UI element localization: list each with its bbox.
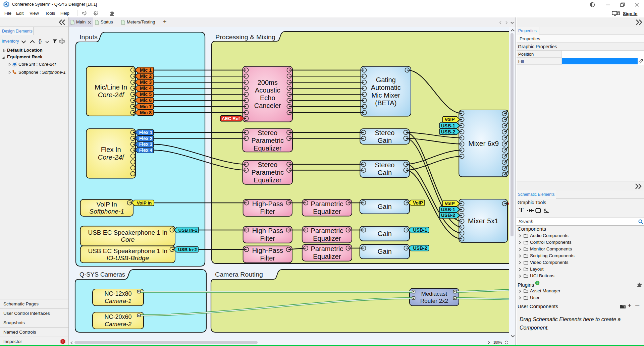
svg-text:Core-24f: Core-24f bbox=[98, 91, 125, 99]
svg-text:200ms: 200ms bbox=[258, 79, 278, 86]
svg-text:USB In-1: USB In-1 bbox=[178, 228, 198, 233]
svg-text:Automatic: Automatic bbox=[371, 84, 401, 91]
svg-text:Mic 3: Mic 3 bbox=[140, 79, 152, 85]
svg-text:VoIP: VoIP bbox=[413, 200, 423, 206]
svg-text:Flex 4: Flex 4 bbox=[139, 148, 153, 153]
svg-text:VoIP: VoIP bbox=[444, 201, 454, 206]
svg-text:USB-2: USB-2 bbox=[413, 245, 427, 251]
svg-text:Mixer 6x9: Mixer 6x9 bbox=[468, 139, 499, 147]
svg-text:2: 2 bbox=[536, 281, 538, 285]
svg-text:Mic/Line In: Mic/Line In bbox=[95, 83, 127, 91]
svg-text:USB-2: USB-2 bbox=[441, 129, 455, 134]
svg-text:Inputs: Inputs bbox=[79, 34, 98, 41]
svg-text:Core-24f: Core-24f bbox=[98, 154, 125, 161]
svg-text:USB-1: USB-1 bbox=[413, 227, 427, 233]
svg-text:(BETA): (BETA) bbox=[375, 99, 396, 107]
svg-text:Gain: Gain bbox=[378, 169, 392, 176]
svg-text:Flex In: Flex In bbox=[101, 146, 121, 153]
svg-text:Flex 2: Flex 2 bbox=[139, 136, 153, 141]
svg-text:Mic 2: Mic 2 bbox=[140, 73, 152, 79]
svg-text:High-Pass: High-Pass bbox=[252, 227, 283, 234]
svg-text:High-Pass: High-Pass bbox=[252, 247, 283, 254]
svg-text:Mic 8: Mic 8 bbox=[140, 110, 152, 115]
svg-text:Gain: Gain bbox=[378, 248, 392, 255]
svg-text:Equalizer: Equalizer bbox=[313, 208, 341, 215]
svg-text:Processing & Mixing: Processing & Mixing bbox=[215, 34, 275, 41]
svg-text:Parametric: Parametric bbox=[251, 169, 284, 176]
svg-text:Parametric: Parametric bbox=[311, 227, 343, 234]
svg-text:Equalizer: Equalizer bbox=[313, 253, 341, 260]
svg-text:Mic 5: Mic 5 bbox=[140, 92, 152, 97]
svg-text:Camera Routing: Camera Routing bbox=[215, 271, 263, 278]
svg-text:Equalizer: Equalizer bbox=[254, 145, 282, 152]
svg-text:Equalizer: Equalizer bbox=[254, 176, 282, 184]
svg-text:Gain: Gain bbox=[378, 203, 392, 210]
svg-text:Filter: Filter bbox=[260, 235, 275, 242]
svg-text:Filter: Filter bbox=[260, 254, 275, 262]
svg-text:Gain: Gain bbox=[378, 230, 392, 237]
svg-text:Router 2x2: Router 2x2 bbox=[420, 298, 448, 304]
svg-text:Mic Mixer: Mic Mixer bbox=[372, 92, 400, 99]
svg-text:Acoustic: Acoustic bbox=[255, 86, 280, 94]
svg-text:VoIP In: VoIP In bbox=[137, 200, 152, 206]
svg-text:Mixer 5x1: Mixer 5x1 bbox=[468, 217, 498, 225]
svg-text:Parametric: Parametric bbox=[311, 245, 343, 252]
svg-text:Flex 1: Flex 1 bbox=[139, 130, 153, 135]
svg-text:USB EC Speakerphone 1 In: USB EC Speakerphone 1 In bbox=[88, 229, 167, 236]
svg-text:Equalizer: Equalizer bbox=[313, 235, 341, 242]
svg-text:Core: Core bbox=[121, 236, 135, 243]
svg-text:USB-2: USB-2 bbox=[441, 213, 455, 218]
svg-text:Stereo: Stereo bbox=[258, 129, 277, 136]
svg-text:Mediacast: Mediacast bbox=[421, 291, 447, 297]
svg-text:Stereo: Stereo bbox=[375, 129, 394, 136]
svg-text:Camera-2: Camera-2 bbox=[105, 321, 131, 328]
svg-text:Stereo: Stereo bbox=[258, 161, 277, 168]
svg-text:USB EC Speakerphone 1 In: USB EC Speakerphone 1 In bbox=[88, 247, 167, 254]
svg-text:Mic 1: Mic 1 bbox=[140, 67, 152, 73]
svg-text:Camera-1: Camera-1 bbox=[105, 298, 131, 304]
svg-text:Mic 7: Mic 7 bbox=[140, 104, 152, 109]
svg-text:NC-12x80: NC-12x80 bbox=[104, 290, 131, 297]
svg-text:Echo: Echo bbox=[260, 94, 275, 102]
svg-text:USB-1: USB-1 bbox=[441, 207, 455, 212]
svg-text:VoIP: VoIP bbox=[444, 117, 454, 122]
svg-text:VoIP In: VoIP In bbox=[97, 201, 117, 208]
svg-text:USB In-2: USB In-2 bbox=[178, 247, 197, 252]
svg-text:IO-USB-Bridge: IO-USB-Bridge bbox=[106, 254, 149, 262]
svg-text:USB-1: USB-1 bbox=[441, 123, 455, 128]
svg-text:Filter: Filter bbox=[260, 208, 275, 215]
svg-text:Gating: Gating bbox=[376, 76, 396, 83]
svg-text:Parametric: Parametric bbox=[251, 137, 284, 144]
svg-text:Canceler: Canceler bbox=[254, 102, 281, 109]
svg-text:Gain: Gain bbox=[378, 137, 392, 144]
svg-text:Mic 4: Mic 4 bbox=[140, 85, 152, 91]
svg-text:NC-20x60: NC-20x60 bbox=[104, 313, 131, 320]
svg-text:High-Pass: High-Pass bbox=[252, 200, 283, 208]
svg-text:Flex 3: Flex 3 bbox=[139, 141, 153, 147]
svg-text:Stereo: Stereo bbox=[375, 161, 394, 169]
svg-text:Q-SYS Cameras: Q-SYS Cameras bbox=[79, 271, 125, 278]
svg-text:Softphone-1: Softphone-1 bbox=[89, 208, 124, 215]
svg-text:AEC Ref: AEC Ref bbox=[222, 116, 240, 121]
svg-text:Parametric: Parametric bbox=[311, 200, 343, 208]
svg-text:Mic 6: Mic 6 bbox=[140, 98, 152, 103]
